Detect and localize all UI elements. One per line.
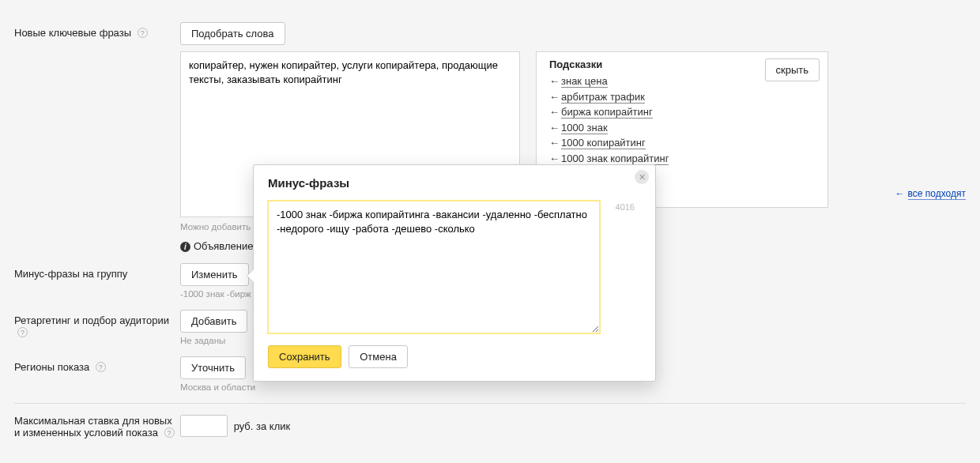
all-match: ←все подходят <box>895 188 966 199</box>
hint-link[interactable]: биржа копирайтинг <box>561 106 653 119</box>
arrow-left-icon: ← <box>549 122 560 134</box>
arrow-left-icon: ← <box>549 137 560 149</box>
label-minus-text: Минус-фразы на группу <box>14 268 127 280</box>
modal-close-button[interactable]: ✕ <box>635 170 649 184</box>
modal-save-button[interactable]: Сохранить <box>268 345 341 368</box>
all-match-link[interactable]: все подходят <box>908 188 966 200</box>
regions-sub: Москва и области <box>180 382 966 392</box>
help-icon[interactable]: ? <box>164 427 175 438</box>
help-icon[interactable]: ? <box>138 28 148 38</box>
hint-link[interactable]: 1000 знак копирайтинг <box>561 152 669 165</box>
hint-item: ←биржа копирайтинг <box>549 104 818 120</box>
minus-phrases-modal: ✕ Минус-фразы 4016 Сохранить Отмена <box>253 164 656 382</box>
modal-title: Минус-фразы <box>268 176 641 190</box>
hint-item: ←1000 копирайтинг <box>549 135 818 151</box>
label-regions: Регионы показа ? <box>14 356 180 373</box>
arrow-left-icon: ← <box>549 106 560 118</box>
arrow-left-icon: ← <box>549 91 560 103</box>
label-retarget: Ретаргетинг и подбор аудитории ? <box>14 310 180 338</box>
hint-link[interactable]: арбитраж трафик <box>561 91 645 104</box>
hints-title: Подсказки <box>549 58 602 70</box>
bid-input[interactable] <box>180 415 228 437</box>
modal-textarea-wrap: 4016 <box>268 201 641 336</box>
label-regions-text: Регионы показа <box>14 361 89 373</box>
speech-pointer <box>247 269 254 282</box>
hint-item: ←арбитраж трафик <box>549 89 818 105</box>
pick-words-button[interactable]: Подобрать слова <box>180 22 285 45</box>
hint-link[interactable]: 1000 знак <box>561 122 608 134</box>
hint-link[interactable]: знак цена <box>561 75 608 88</box>
hints-hide-button[interactable]: скрыть <box>765 58 820 81</box>
label-retarget-text: Ретаргетинг и подбор аудитории <box>14 314 169 326</box>
row-bid: Максимальная ставка для новых и измененн… <box>14 415 966 439</box>
label-bid: Максимальная ставка для новых и измененн… <box>14 415 180 439</box>
arrow-left-icon: ← <box>549 75 560 87</box>
bid-unit: руб. за клик <box>234 420 291 432</box>
minus-phrases-textarea[interactable] <box>268 201 600 333</box>
divider <box>14 403 966 404</box>
arrow-left-icon: ← <box>895 188 905 199</box>
info-icon: i <box>180 242 190 252</box>
arrow-left-icon: ← <box>549 152 560 164</box>
hint-link[interactable]: 1000 копирайтинг <box>561 137 646 149</box>
hint-item: ←1000 знак <box>549 120 818 136</box>
info-text: Объявление т <box>194 240 261 252</box>
help-icon[interactable]: ? <box>17 327 28 337</box>
modal-cancel-button[interactable]: Отмена <box>349 345 408 368</box>
label-keywords-text: Новые ключевые фразы <box>14 27 131 39</box>
content-bid: руб. за клик <box>180 415 966 437</box>
modal-actions: Сохранить Отмена <box>268 345 641 368</box>
minus-edit-button[interactable]: Изменить <box>180 263 249 286</box>
label-minus: Минус-фразы на группу <box>14 263 180 280</box>
help-icon[interactable]: ? <box>96 362 106 372</box>
regions-refine-button[interactable]: Уточнить <box>180 356 246 379</box>
char-counter: 4016 <box>616 202 635 212</box>
retarget-add-button[interactable]: Добавить <box>180 310 247 333</box>
label-bid-text: Максимальная ставка для новых и измененн… <box>14 415 172 439</box>
label-keywords: Новые ключевые фразы ? <box>14 22 180 39</box>
